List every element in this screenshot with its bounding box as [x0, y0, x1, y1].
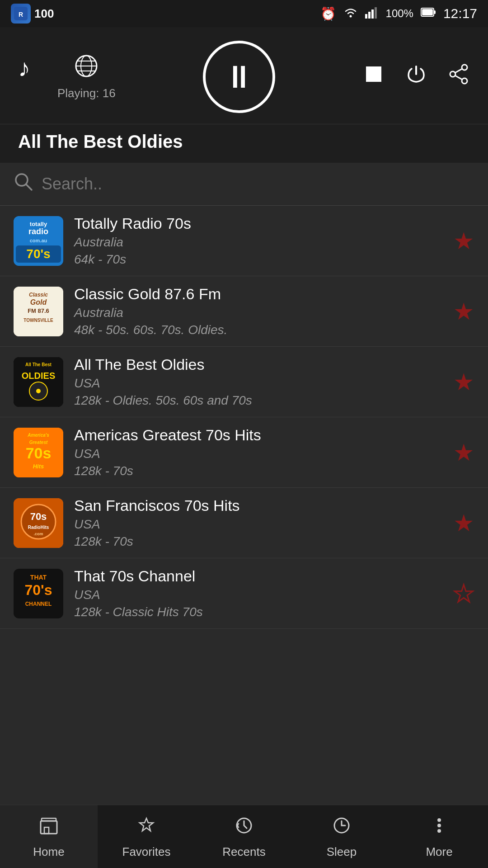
svg-point-18	[450, 71, 455, 77]
station-item[interactable]: All The Best OLDIES All The Best Oldies …	[0, 347, 488, 417]
station-country: USA	[74, 517, 442, 532]
battery-percent: 100%	[386, 7, 413, 20]
svg-point-17	[462, 78, 467, 84]
svg-rect-15	[366, 66, 381, 82]
svg-line-19	[455, 69, 462, 73]
stop-button[interactable]	[362, 63, 385, 91]
recents-nav-label: Recents	[222, 845, 265, 859]
share-button[interactable]	[447, 63, 470, 91]
station-info: Totally Radio 70s Australia 64k - 70s	[74, 215, 442, 267]
svg-text:THAT: THAT	[30, 574, 47, 581]
svg-text:70s: 70s	[30, 511, 47, 522]
nav-item-favorites[interactable]: Favorites	[98, 805, 195, 868]
station-bitrate: 128k - Oldies. 50s. 60s and 70s	[74, 393, 442, 408]
station-bitrate: 48k - 50s. 60s. 70s. Oldies.	[74, 323, 442, 337]
svg-text:CHANNEL: CHANNEL	[25, 601, 52, 607]
station-title-section: All The Best Oldies	[0, 124, 488, 163]
svg-text:OLDIES: OLDIES	[22, 371, 55, 381]
station-info: San Franciscos 70s Hits USA 128k - 70s	[74, 497, 442, 549]
nav-item-sleep[interactable]: Sleep	[293, 805, 390, 868]
station-logo: America's Greatest 70s Hits	[14, 428, 63, 477]
station-country: Australia	[74, 235, 442, 250]
station-info: Americas Greatest 70s Hits USA 128k - 70…	[74, 426, 442, 478]
station-name: Totally Radio 70s	[74, 215, 442, 232]
station-bitrate: 128k - 70s	[74, 534, 442, 549]
station-country: USA	[74, 376, 442, 391]
station-country: Australia	[74, 306, 442, 320]
search-input[interactable]	[42, 175, 474, 193]
svg-text:All The Best: All The Best	[25, 362, 52, 367]
search-icon	[14, 172, 33, 196]
svg-text:.com: .com	[33, 532, 43, 536]
svg-text:70's: 70's	[25, 582, 52, 598]
search-bar	[14, 172, 474, 196]
svg-rect-9	[422, 9, 433, 15]
recents-nav-icon	[233, 815, 255, 841]
svg-point-61	[437, 829, 441, 833]
station-name: Classic Gold 87.6 Fm	[74, 285, 442, 303]
nav-item-recents[interactable]: Recents	[195, 805, 293, 868]
favorites-nav-label: Favorites	[122, 845, 171, 859]
station-item[interactable]: totally radio com.au 70's Totally Radio …	[0, 206, 488, 276]
svg-text:FM 87.6: FM 87.6	[28, 307, 49, 314]
station-logo: All The Best OLDIES	[14, 357, 63, 407]
pause-button[interactable]: ⏸	[203, 41, 275, 113]
station-logo: 70s RadioHits .com	[14, 498, 63, 548]
station-info: All The Best Oldies USA 128k - Oldies. 5…	[74, 356, 442, 408]
search-section	[0, 163, 488, 206]
svg-rect-8	[434, 10, 436, 14]
station-item[interactable]: America's Greatest 70s Hits Americas Gre…	[0, 417, 488, 488]
status-bar: R 100 ⏰ 100%	[0, 0, 488, 27]
svg-text:Hits: Hits	[33, 463, 44, 470]
signal-icon	[365, 6, 379, 21]
svg-point-2	[349, 15, 352, 17]
station-item[interactable]: Classic Gold FM 87.6 TOWNSVILLE Classic …	[0, 276, 488, 347]
favorite-star[interactable]: ★	[453, 580, 474, 607]
svg-text:totally: totally	[30, 221, 47, 227]
station-country: USA	[74, 588, 442, 602]
favorite-star[interactable]: ★	[453, 298, 474, 325]
station-item[interactable]: 70s RadioHits .com San Franciscos 70s Hi…	[0, 488, 488, 558]
station-item[interactable]: THAT 70's CHANNEL That 70s Channel USA 1…	[0, 558, 488, 629]
station-bitrate: 128k - 70s	[74, 464, 442, 478]
globe-icon[interactable]	[74, 54, 99, 84]
more-nav-icon	[428, 815, 450, 841]
playing-text: Playing: 16	[57, 86, 116, 100]
alarm-icon: ⏰	[320, 6, 336, 21]
favorite-star[interactable]: ★	[453, 368, 474, 396]
more-nav-label: More	[426, 845, 452, 859]
svg-text:70s: 70s	[26, 444, 52, 462]
bottom-nav: Home Favorites Recents Sleep More	[0, 805, 488, 868]
status-app-number: 100	[34, 7, 54, 21]
favorite-star[interactable]: ★	[453, 509, 474, 537]
svg-rect-55	[42, 818, 56, 821]
home-nav-icon	[38, 815, 60, 841]
sleep-nav-label: Sleep	[327, 845, 357, 859]
svg-point-16	[462, 65, 467, 70]
station-info: Classic Gold 87.6 Fm Australia 48k - 50s…	[74, 285, 442, 337]
svg-point-59	[437, 818, 441, 822]
favorite-star[interactable]: ★	[453, 439, 474, 466]
station-info: That 70s Channel USA 128k - Classic Hits…	[74, 567, 442, 619]
svg-text:com.au: com.au	[30, 238, 47, 243]
svg-line-20	[455, 75, 462, 80]
nav-item-home[interactable]: Home	[0, 805, 98, 868]
power-button[interactable]	[405, 63, 427, 91]
svg-text:R: R	[19, 11, 23, 18]
favorites-nav-icon	[136, 815, 157, 841]
svg-text:70's: 70's	[26, 247, 50, 261]
globe-icon-wrap: Playing: 16	[57, 54, 116, 100]
station-bitrate: 128k - Classic Hits 70s	[74, 605, 442, 619]
svg-text:TOWNSVILLE: TOWNSVILLE	[23, 318, 53, 323]
favorite-star[interactable]: ★	[453, 227, 474, 255]
svg-text:America's: America's	[27, 433, 49, 438]
player-header: ♪ Playing: 16 ⏸	[0, 27, 488, 124]
sleep-nav-icon	[331, 815, 352, 841]
svg-text:radio: radio	[28, 227, 48, 236]
music-icon[interactable]: ♪	[18, 54, 30, 82]
station-name: San Franciscos 70s Hits	[74, 497, 442, 514]
app-icon: R	[11, 4, 31, 24]
svg-rect-3	[365, 14, 367, 19]
nav-item-more[interactable]: More	[390, 805, 488, 868]
station-logo: THAT 70's CHANNEL	[14, 569, 63, 618]
